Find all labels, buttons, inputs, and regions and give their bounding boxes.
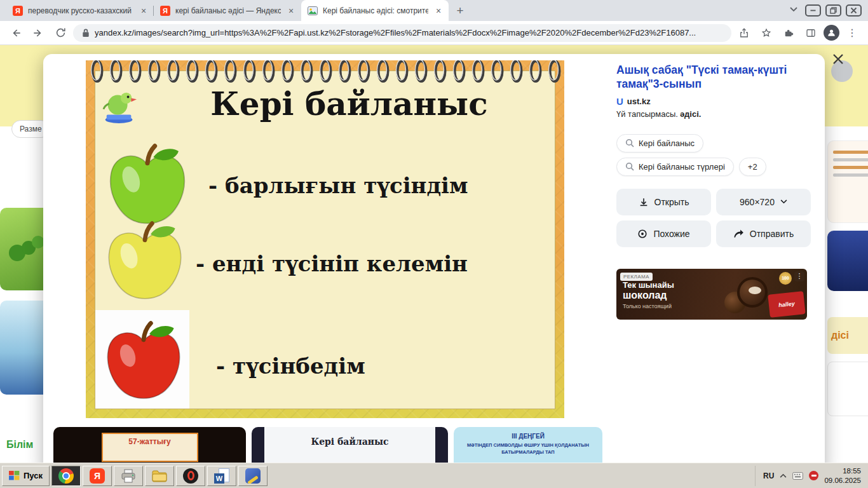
tab-active-images[interactable]: Кері байланыс әдісі: смотрите и с × — [301, 0, 449, 21]
share-icon[interactable] — [735, 24, 754, 43]
forward-button[interactable] — [29, 24, 48, 43]
page-content: Разме Білім дісі — [0, 45, 868, 463]
button-label: 960×720 — [740, 197, 775, 207]
folder-icon — [152, 470, 167, 482]
opera-icon — [183, 468, 198, 484]
thumbnail-fragment-text: дісі — [831, 330, 849, 341]
browser-tabstrip: Я переводчик русско-казахский пере × Я к… — [0, 0, 868, 21]
button-label: Отправить — [750, 229, 794, 239]
ad-headline: шоколад — [623, 290, 674, 301]
extensions-puzzle-icon[interactable] — [779, 24, 798, 43]
button-label: Похожие — [653, 229, 689, 239]
background-thumbnail[interactable]: дісі — [827, 317, 868, 354]
background-thumbnail[interactable] — [827, 140, 868, 223]
caterpillar-graphic — [32, 236, 44, 248]
ustkz-favicon-icon: U — [616, 97, 623, 106]
taskbar-chrome-button[interactable] — [51, 466, 81, 486]
ad-label: РЕКЛАМА — [620, 273, 653, 281]
tab-close-icon[interactable]: × — [286, 6, 296, 16]
profile-avatar[interactable] — [824, 25, 839, 41]
product-package-graphic: halley — [768, 291, 805, 318]
taskbar-yandex-browser-button[interactable]: Я — [83, 466, 112, 486]
taskbar-explorer-button[interactable] — [145, 466, 174, 486]
result-description: Үй тапсырмасы.әдісі. — [616, 109, 811, 119]
bookmark-star-icon[interactable] — [757, 24, 776, 43]
chevron-down-icon — [780, 200, 787, 204]
yandex-favicon-icon: Я — [13, 6, 23, 16]
printer-icon — [121, 469, 136, 483]
red-apple-image — [100, 318, 187, 408]
send-arrow-icon — [733, 229, 744, 238]
related-thumbnail[interactable]: Кері байланыс — [252, 427, 448, 463]
source-site-link[interactable]: U ust.kz — [616, 97, 811, 106]
size-select-button[interactable]: 960×720 — [716, 189, 811, 215]
similar-images-button[interactable]: Похожие — [616, 220, 711, 247]
start-button[interactable]: Пуск — [2, 466, 50, 486]
ad-menu-icon[interactable]: ⋮ — [794, 271, 804, 281]
thumbnail-caption: БАТЫРМАЛАРДЫ ТАП — [454, 449, 602, 455]
screen: Я переводчик русско-казахский пере × Я к… — [0, 0, 868, 488]
button-label: Открыть — [654, 197, 689, 207]
windows-logo-icon — [9, 471, 20, 480]
tray-expand-chevron-icon[interactable] — [780, 473, 787, 478]
related-thumbnail[interactable]: ІІІ ДЕҢГЕЙ МӘТІНДЕП СИМВОЛДЫ ӨШІРУ ҮШІН … — [454, 427, 602, 463]
taskbar-app-button[interactable] — [238, 466, 268, 486]
slide-content-area: Кері байланыс - барлығын түсіндім — [95, 71, 555, 409]
open-button[interactable]: Открыть — [616, 189, 711, 215]
related-query-chips: Кері байланыс Кері байланыс түрлері +2 — [616, 134, 811, 176]
description-text: Үй тапсырмасы. — [616, 109, 678, 119]
clock-time: 18:55 — [824, 466, 861, 476]
similar-images-icon — [637, 229, 648, 239]
chrome-icon — [58, 468, 74, 484]
address-bar[interactable]: yandex.kz/images/search?img_url=https%3A… — [73, 24, 731, 42]
windows-taskbar: Пуск Я W — [0, 463, 868, 488]
ad-banner[interactable]: Тек шынайы шоколад Только настоящий hall… — [616, 269, 807, 320]
taskbar-word-button[interactable]: W — [207, 466, 236, 486]
related-query-chip[interactable]: Кері байланыс — [616, 134, 703, 152]
action-buttons-row-2: Похожие Отправить — [616, 220, 811, 247]
related-query-chip[interactable]: Кері байланыс түрлері — [616, 158, 734, 176]
slide-text-did-not-understand: - түсінбедім — [216, 353, 365, 379]
result-title-link[interactable]: Ашық сабақ "Түскі тамақ-күшті тамақ"3-сы… — [616, 63, 811, 92]
antivirus-tray-icon[interactable] — [809, 471, 818, 480]
window-close-button[interactable] — [846, 4, 862, 17]
brand-name: halley — [778, 300, 795, 308]
reload-button[interactable] — [51, 24, 70, 43]
tab-close-icon[interactable]: × — [139, 6, 149, 16]
browser-menu-icon[interactable]: ⋮ — [843, 24, 862, 43]
thumbnail-caption: 57-жаттығу — [102, 433, 198, 462]
language-indicator[interactable]: RU — [763, 471, 774, 480]
keyboard-tray-icon[interactable] — [792, 472, 803, 480]
new-tab-button[interactable]: + — [451, 2, 469, 20]
more-queries-chip[interactable]: +2 — [739, 158, 766, 176]
window-minimize-button[interactable] — [805, 4, 821, 17]
chip-label: Кері байланыс — [639, 139, 695, 148]
image-viewer-panel: Кері байланыс - барлығын түсіндім — [43, 54, 825, 463]
source-domain: ust.kz — [627, 97, 651, 106]
ad-headline: Тек шынайы — [623, 280, 674, 290]
tab-close-icon[interactable]: × — [433, 6, 444, 16]
url-text: yandex.kz/images/search?img_url=https%3A… — [95, 28, 696, 37]
ad-subtitle: Только настоящий — [623, 303, 674, 309]
tab-search-chevron-icon[interactable] — [790, 3, 797, 15]
taskbar-clock[interactable]: 18:55 09.06.2025 — [824, 466, 861, 485]
start-label: Пуск — [24, 471, 43, 480]
share-button[interactable]: Отправить — [716, 220, 811, 247]
back-button[interactable] — [6, 24, 25, 43]
taskbar-printer-button[interactable] — [114, 466, 143, 486]
background-thumbnail[interactable] — [827, 231, 868, 291]
related-thumbnail[interactable]: 57-жаттығу — [53, 427, 246, 463]
tab-translator[interactable]: Я переводчик русско-казахский пере × — [6, 0, 154, 21]
slide-text-understood-all: - барлығын түсіндім — [208, 173, 468, 198]
window-restore-button[interactable] — [825, 4, 841, 17]
taskbar-opera-button[interactable] — [176, 466, 205, 486]
side-panel-icon[interactable] — [801, 24, 820, 43]
preview-image[interactable]: Кері байланыс - барлығын түсіндім — [86, 60, 564, 418]
tab-search-results[interactable]: Я кері байланыс әдісі — Яндекс: наш × — [154, 0, 301, 21]
background-thumbnail[interactable] — [827, 362, 868, 416]
bird-with-book-graphic — [100, 88, 140, 125]
green-apple-image — [100, 142, 194, 231]
image-favicon-icon — [308, 6, 318, 16]
close-icon — [832, 53, 844, 65]
close-viewer-button[interactable] — [830, 51, 846, 67]
